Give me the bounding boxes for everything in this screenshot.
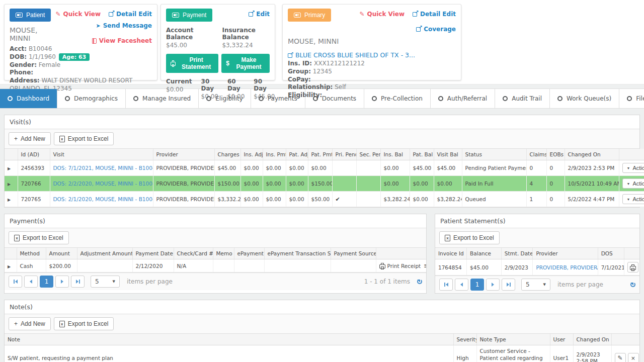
statements-panel-title: Patient Statement(s): [435, 214, 639, 228]
insurance-plan-link[interactable]: BLUE CROSS BLUE SHIELD OF TX - 3...: [288, 51, 415, 59]
refresh-icon[interactable]: [630, 282, 635, 287]
note-delete-button[interactable]: ×: [628, 353, 639, 362]
tab-file-imports[interactable]: File Import(s): [619, 89, 644, 108]
visit-actions-button[interactable]: ▼Actions: [622, 163, 644, 173]
statement-print-button[interactable]: [627, 262, 638, 273]
edit-pencil-icon: ✎: [359, 11, 364, 18]
make-payment-button[interactable]: $Make Payment: [221, 54, 270, 73]
visit-actions-button[interactable]: ▼Actions: [622, 194, 644, 204]
patient-detail-edit-link[interactable]: Detail Edit: [109, 11, 152, 18]
patient-badge-button[interactable]: Patient: [10, 9, 51, 22]
printer-icon: [171, 62, 176, 66]
pager-last-button[interactable]: [71, 276, 85, 288]
chevron-down-icon: ▼: [627, 198, 630, 201]
payment-badge-button[interactable]: Payment: [166, 9, 212, 22]
expand-row-icon[interactable]: ▶: [8, 182, 11, 187]
statements-export-excel-button[interactable]: xExport to Excel: [439, 231, 500, 244]
tab-work-queues[interactable]: Work Queue(s): [550, 89, 619, 108]
coverage-link[interactable]: Coverage: [416, 26, 456, 33]
external-link-icon: [288, 53, 293, 58]
notes-export-excel-button[interactable]: xExport to Excel: [54, 317, 114, 330]
tab-dashboard[interactable]: Dashboard: [0, 89, 57, 108]
tab-pre-collection[interactable]: Pre-Collection: [364, 89, 431, 108]
pager-page-1[interactable]: 1: [470, 279, 484, 291]
page-size-select[interactable]: 5▼: [91, 276, 120, 288]
visits-add-new-button[interactable]: +Add New: [9, 132, 51, 145]
visit-actions-button[interactable]: ▼Actions: [622, 178, 644, 189]
pager-last-button[interactable]: [502, 279, 515, 291]
tab-auth-referral[interactable]: Auth/Referral: [431, 89, 495, 108]
visit-row: ▶ 720765 DOS: 2/1/2020, MOUSE, MINNI - B…: [5, 192, 644, 207]
payments-export-excel-button[interactable]: xExport to Excel: [9, 231, 69, 244]
visits-header-row: Id (AD)VisitProviderChargesIns. AdjIns. …: [5, 149, 644, 160]
expand-row-icon[interactable]: ▶: [8, 166, 11, 171]
visit-dos-link[interactable]: DOS: 2/2/2020, MOUSE, MINNI - B10046: [53, 180, 153, 187]
tab-circle-icon: [206, 96, 211, 101]
payment-card: Payment Edit Account Balance $45.00 Insu…: [160, 4, 275, 80]
tab-eligibility[interactable]: Eligibility: [199, 89, 251, 108]
tab-circle-icon: [65, 96, 70, 101]
page-size-select[interactable]: 5▼: [521, 279, 550, 291]
notes-panel: Note(s) +Add New xExport to Excel NoteSe…: [4, 300, 640, 362]
expand-row-icon[interactable]: ▶: [8, 264, 11, 269]
excel-icon: x: [59, 136, 65, 142]
age-badge: Age: 63: [59, 53, 90, 61]
primary-badge-button[interactable]: Primary: [288, 9, 331, 22]
items-per-page-label: items per page: [127, 278, 173, 285]
note-row: S/W patient, requesting a payment plan H…: [5, 345, 639, 362]
insurance-detail-edit-link[interactable]: Detail Edit: [413, 11, 456, 18]
tab-manage-insured[interactable]: Manage Insured: [126, 89, 199, 108]
check-icon: ✔: [336, 196, 340, 203]
payments-pager: 1 5▼ items per page 1 - 1 of 1 items: [5, 273, 426, 290]
send-message-link[interactable]: ➤Send Message: [96, 22, 152, 29]
view-facesheet-link[interactable]: View Facesheet: [92, 37, 152, 44]
tab-payments[interactable]: Payments: [251, 89, 305, 108]
pager-next-button[interactable]: [55, 276, 69, 288]
primary-insurance-card: Primary ✎Quick View Detail Edit Coverage…: [282, 4, 461, 80]
statements-grid: Invoice IdBalanceStmt. DateProviderDOS 1…: [435, 248, 639, 276]
id-card-icon: [172, 13, 179, 18]
visits-export-excel-button[interactable]: xExport to Excel: [54, 132, 114, 145]
pager-prev-button[interactable]: [24, 276, 38, 288]
patient-quick-view-link[interactable]: ✎Quick View: [55, 11, 101, 18]
id-card-icon: [16, 13, 23, 18]
tab-circle-icon: [133, 96, 138, 101]
patient-gender-field: Gender: Female: [10, 61, 152, 69]
insurance-quick-view-link[interactable]: ✎Quick View: [359, 11, 405, 18]
notes-add-new-button[interactable]: +Add New: [9, 317, 51, 330]
tab-audit-trail[interactable]: Audit Trail: [495, 89, 550, 108]
pager-first-button[interactable]: [439, 279, 453, 291]
dollar-icon: $: [226, 60, 229, 67]
items-per-page-label: items per page: [557, 281, 603, 288]
printer-icon: [630, 266, 636, 270]
external-link-icon: [249, 12, 254, 17]
row-menu-icon[interactable]: ≡: [424, 262, 426, 269]
statements-pager: 1 5▼ items per page: [435, 276, 639, 293]
expand-row-icon[interactable]: ▶: [8, 198, 11, 202]
excel-icon: x: [59, 321, 65, 327]
tab-circle-icon: [438, 96, 443, 101]
payment-edit-link[interactable]: Edit: [249, 11, 270, 18]
pager-first-button[interactable]: [9, 276, 22, 288]
print-statement-button[interactable]: Print Statement: [166, 54, 218, 73]
statement-provider-link[interactable]: PROVIDERB, PROVIDERA: [536, 264, 598, 270]
refresh-icon[interactable]: [417, 279, 422, 284]
note-edit-button[interactable]: ✎: [615, 353, 626, 362]
statements-panel: Patient Statement(s) xExport to Excel In…: [435, 214, 640, 294]
book-icon: [92, 38, 97, 44]
statements-header-row: Invoice IdBalanceStmt. DateProviderDOS: [435, 248, 639, 259]
visit-dos-link[interactable]: DOS: 2/1/2020, MOUSE, MINNI - B10046: [53, 196, 153, 202]
patient-phone-field: Phone:: [10, 69, 152, 77]
payment-row: ▶ Cash $200.00 2/12/2020 N/A Print Recei…: [5, 259, 426, 273]
ins-id-field: Ins. ID: XXX1212121212: [288, 60, 456, 68]
tab-circle-icon: [627, 96, 632, 101]
pager-next-button[interactable]: [486, 279, 500, 291]
pager-page-1[interactable]: 1: [40, 276, 53, 288]
patient-tab-bar: Dashboard Demographics Manage Insured El…: [0, 88, 644, 109]
visit-dos-link[interactable]: DOS: 7/1/2021, MOUSE, MINNI - B10046: [53, 165, 153, 171]
tab-documents[interactable]: Documents: [305, 89, 364, 108]
external-link-icon: [416, 27, 421, 32]
tab-demographics[interactable]: Demographics: [57, 89, 126, 108]
pager-prev-button[interactable]: [455, 279, 468, 291]
print-receipt-button[interactable]: Print Receipt: [379, 263, 421, 269]
